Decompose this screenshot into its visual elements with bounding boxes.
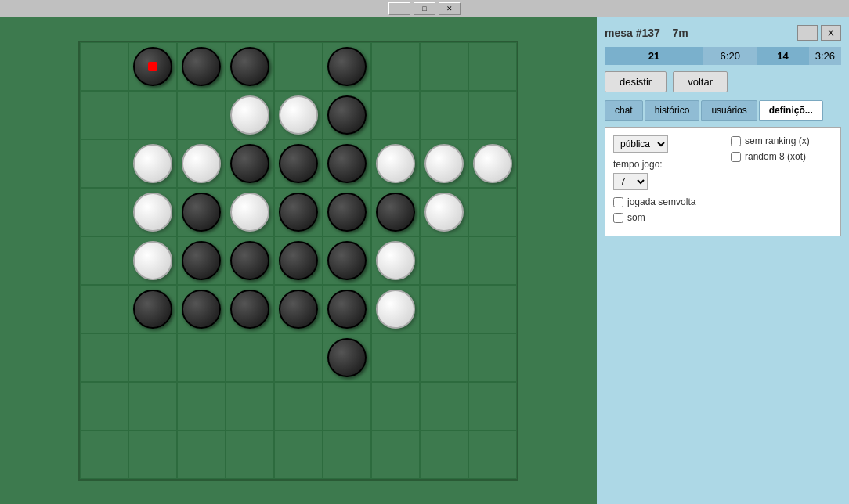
cell-3-1[interactable] xyxy=(80,139,128,188)
visibility-select[interactable]: pública privada xyxy=(613,135,668,153)
random8-checkbox[interactable] xyxy=(731,152,741,162)
cell-7-4[interactable] xyxy=(226,333,274,382)
game-board[interactable] xyxy=(78,41,518,481)
cell-2-3[interactable] xyxy=(177,91,226,139)
cell-5-9[interactable] xyxy=(468,236,517,285)
cell-9-3[interactable] xyxy=(177,430,226,479)
cell-7-6[interactable] xyxy=(323,333,371,382)
desistir-button[interactable]: desistir xyxy=(605,71,667,92)
cell-3-8[interactable] xyxy=(420,139,468,188)
cell-5-4[interactable] xyxy=(226,236,274,285)
cell-5-3[interactable] xyxy=(177,236,226,285)
panel-minimize-button[interactable]: – xyxy=(797,25,818,41)
cell-8-6[interactable] xyxy=(323,382,371,430)
cell-3-3[interactable] xyxy=(177,139,226,188)
cell-2-2[interactable] xyxy=(128,91,177,139)
cell-4-4[interactable] xyxy=(226,188,274,236)
cell-3-9[interactable] xyxy=(468,139,517,188)
cell-2-4[interactable] xyxy=(226,91,274,139)
cell-6-9[interactable] xyxy=(468,285,517,333)
cell-8-4[interactable] xyxy=(226,382,274,430)
cell-9-8[interactable] xyxy=(420,430,468,479)
cell-5-6[interactable] xyxy=(323,236,371,285)
cell-6-4[interactable] xyxy=(226,285,274,333)
cell-2-1[interactable] xyxy=(80,91,128,139)
cell-1-9[interactable] xyxy=(468,42,517,91)
cell-1-1[interactable] xyxy=(80,42,128,91)
cell-9-2[interactable] xyxy=(128,430,177,479)
cell-4-3[interactable] xyxy=(177,188,226,236)
cell-7-2[interactable] xyxy=(128,333,177,382)
cell-1-4[interactable] xyxy=(226,42,274,91)
tab-chat[interactable]: chat xyxy=(605,100,643,121)
cell-6-1[interactable] xyxy=(80,285,128,333)
som-checkbox[interactable] xyxy=(613,213,623,223)
cell-3-5[interactable] xyxy=(274,139,323,188)
cell-7-9[interactable] xyxy=(468,333,517,382)
cell-9-9[interactable] xyxy=(468,430,517,479)
cell-7-3[interactable] xyxy=(177,333,226,382)
cell-4-9[interactable] xyxy=(468,188,517,236)
cell-2-7[interactable] xyxy=(371,91,420,139)
cell-7-7[interactable] xyxy=(371,333,420,382)
cell-2-6[interactable] xyxy=(323,91,371,139)
cell-1-6[interactable] xyxy=(323,42,371,91)
cell-9-5[interactable] xyxy=(274,430,323,479)
cell-4-8[interactable] xyxy=(420,188,468,236)
sem-ranking-checkbox[interactable] xyxy=(731,136,741,146)
cell-7-1[interactable] xyxy=(80,333,128,382)
cell-1-8[interactable] xyxy=(420,42,468,91)
random8-row: random 8 (xot) xyxy=(731,151,833,162)
cell-5-8[interactable] xyxy=(420,236,468,285)
cell-6-3[interactable] xyxy=(177,285,226,333)
cell-8-8[interactable] xyxy=(420,382,468,430)
cell-8-2[interactable] xyxy=(128,382,177,430)
cell-6-8[interactable] xyxy=(420,285,468,333)
cell-8-9[interactable] xyxy=(468,382,517,430)
cell-5-1[interactable] xyxy=(80,236,128,285)
tab-definicao[interactable]: definiçõ... xyxy=(759,100,823,121)
cell-3-7[interactable] xyxy=(371,139,420,188)
cell-7-5[interactable] xyxy=(274,333,323,382)
cell-1-3[interactable] xyxy=(177,42,226,91)
cell-6-6[interactable] xyxy=(323,285,371,333)
cell-1-7[interactable] xyxy=(371,42,420,91)
cell-9-7[interactable] xyxy=(371,430,420,479)
cell-3-6[interactable] xyxy=(323,139,371,188)
cell-8-1[interactable] xyxy=(80,382,128,430)
cell-4-5[interactable] xyxy=(274,188,323,236)
maximize-button[interactable]: □ xyxy=(414,2,435,15)
cell-6-7[interactable] xyxy=(371,285,420,333)
cell-5-5[interactable] xyxy=(274,236,323,285)
tempo-select[interactable]: 7 5 10 15 xyxy=(613,173,648,190)
cell-9-4[interactable] xyxy=(226,430,274,479)
cell-1-5[interactable] xyxy=(274,42,323,91)
tab-historico[interactable]: histórico xyxy=(645,100,700,121)
cell-6-5[interactable] xyxy=(274,285,323,333)
tab-usuarios[interactable]: usuários xyxy=(701,100,757,121)
cell-2-8[interactable] xyxy=(420,91,468,139)
panel-close-button[interactable]: X xyxy=(821,25,841,41)
cell-4-7[interactable] xyxy=(371,188,420,236)
close-window-button[interactable]: ✕ xyxy=(439,2,461,15)
cell-1-2[interactable] xyxy=(128,42,177,91)
cell-2-9[interactable] xyxy=(468,91,517,139)
cell-2-5[interactable] xyxy=(274,91,323,139)
cell-7-8[interactable] xyxy=(420,333,468,382)
cell-9-6[interactable] xyxy=(323,430,371,479)
cell-4-2[interactable] xyxy=(128,188,177,236)
cell-4-1[interactable] xyxy=(80,188,128,236)
cell-4-6[interactable] xyxy=(323,188,371,236)
cell-3-4[interactable] xyxy=(226,139,274,188)
cell-8-3[interactable] xyxy=(177,382,226,430)
jogada-semvolta-checkbox[interactable] xyxy=(613,197,623,207)
cell-5-7[interactable] xyxy=(371,236,420,285)
cell-9-1[interactable] xyxy=(80,430,128,479)
cell-8-5[interactable] xyxy=(274,382,323,430)
minimize-button[interactable]: — xyxy=(388,2,410,15)
cell-5-2[interactable] xyxy=(128,236,177,285)
cell-3-2[interactable] xyxy=(128,139,177,188)
cell-6-2[interactable] xyxy=(128,285,177,333)
cell-8-7[interactable] xyxy=(371,382,420,430)
voltar-button[interactable]: voltar xyxy=(673,71,728,92)
